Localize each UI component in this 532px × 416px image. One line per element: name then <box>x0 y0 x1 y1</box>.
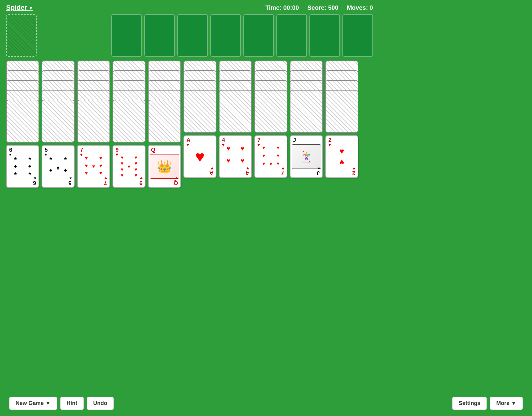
stats: Time: 00:00 Score: 500 Moves: 0 <box>265 4 373 11</box>
column-3: 9 ♥ ♥ ♥ ♥ ♥ ♥ ♥ ♥ ♥ ♥ 9 ♥ <box>113 61 146 188</box>
card-facedown <box>183 90 216 133</box>
column-7: 7 ♥ ♥ ♥ ♥ ♥ ♥ ♥ ♥ 7 ♥ <box>254 61 287 178</box>
column-8: J ♠ 🃏 J ♠ <box>290 61 323 178</box>
foundation-5 <box>243 14 274 57</box>
column-9: 2 ♥ ♥ ♥ 2 ♥ <box>325 61 358 178</box>
card-facedown <box>219 90 252 133</box>
card-7-hearts-2[interactable]: 7 ♥ ♥ ♥ ♥ ♥ ♥ ♥ ♥ 7 ♥ <box>254 135 287 178</box>
card-facedown <box>290 90 323 133</box>
foundation-2 <box>144 14 175 57</box>
column-2: 7 ♥ ♥ ♥ ♥ ♥ ♥ ♥ ♥ 7 ♥ <box>77 61 110 188</box>
foundation-1 <box>111 14 142 57</box>
column-6: 4 ♥ ♥ ♥ ♥ ♥ 4 ♥ <box>219 61 252 178</box>
game-title[interactable]: Spider <box>6 4 33 12</box>
card-facedown <box>42 100 75 143</box>
card-facedown <box>325 90 358 133</box>
column-0: 6 ♠ ♠ ♠ ♠ ♠ ♠ ♠ 6 ♠ <box>6 61 39 188</box>
foundation-8 <box>342 14 373 57</box>
card-facedown <box>148 100 181 143</box>
column-1: 5 ♠ ♠ ♠ ♠ ♠ ♠ 5 ♠ <box>42 61 75 188</box>
column-5: A ♥ ♥ A ♥ <box>183 61 216 178</box>
card-facedown <box>254 90 287 133</box>
time-display: Time: 00:00 <box>265 4 299 11</box>
card-5-spades[interactable]: 5 ♠ ♠ ♠ ♠ ♠ ♠ 5 ♠ <box>42 145 75 188</box>
foundation-4 <box>210 14 241 57</box>
stock-pile[interactable] <box>6 14 37 57</box>
card-2-hearts[interactable]: 2 ♥ ♥ ♥ 2 ♥ <box>325 135 358 178</box>
card-facedown <box>77 100 110 143</box>
header: Spider Time: 00:00 Score: 500 Moves: 0 <box>0 0 379 14</box>
score-display: Score: 500 <box>307 4 338 11</box>
foundation-7 <box>309 14 340 57</box>
card-facedown <box>6 100 39 143</box>
card-queen-hearts[interactable]: Q ♥ 👑 Q ♥ <box>148 145 181 188</box>
moves-display: Moves: 0 <box>347 4 373 11</box>
card-9-hearts[interactable]: 9 ♥ ♥ ♥ ♥ ♥ ♥ ♥ ♥ ♥ ♥ 9 ♥ <box>113 145 146 188</box>
card-ace-hearts[interactable]: A ♥ ♥ A ♥ <box>183 135 216 178</box>
card-jack-spades[interactable]: J ♠ 🃏 J ♠ <box>290 135 323 178</box>
card-facedown <box>113 100 146 143</box>
card-6-spades[interactable]: 6 ♠ ♠ ♠ ♠ ♠ ♠ ♠ 6 ♠ <box>6 145 39 188</box>
column-4: Q ♥ 👑 Q ♥ <box>148 61 181 188</box>
tableau: 6 ♠ ♠ ♠ ♠ ♠ ♠ ♠ 6 ♠ <box>5 61 375 188</box>
foundation-3 <box>177 14 208 57</box>
foundation-6 <box>276 14 307 57</box>
game-area: 6 ♠ ♠ ♠ ♠ ♠ ♠ ♠ 6 ♠ <box>0 14 379 188</box>
top-row <box>5 14 375 57</box>
card-4-hearts[interactable]: 4 ♥ ♥ ♥ ♥ ♥ 4 ♥ <box>219 135 252 178</box>
card-7-hearts[interactable]: 7 ♥ ♥ ♥ ♥ ♥ ♥ ♥ ♥ 7 ♥ <box>77 145 110 188</box>
